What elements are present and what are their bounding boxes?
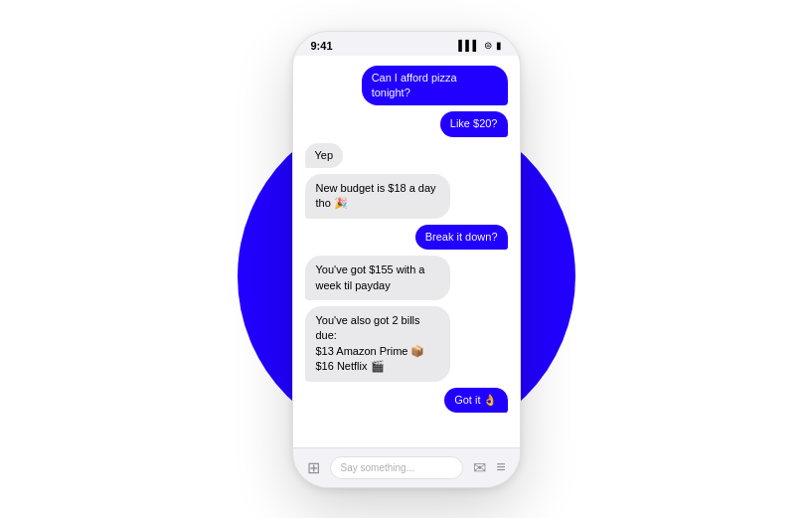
message-bubble-7: You've also got 2 bills due:$13 Amazon P… — [305, 306, 451, 382]
message-text-5: Break it down? — [425, 231, 498, 243]
message-bubble-4: New budget is $18 a day tho 🎉 — [305, 174, 451, 219]
menu-icon[interactable]: ≡ — [496, 458, 505, 476]
battery-icon: ▮ — [496, 40, 502, 51]
message-text-4: New budget is $18 a day tho 🎉 — [316, 182, 436, 209]
message-text-8: Got it 👌 — [454, 394, 497, 406]
message-text-6: You've got $155 with a week til payday — [316, 263, 425, 290]
message-bubble-1: Can I afford pizza tonight? — [362, 66, 508, 106]
signal-icon: ▌▌▌ — [458, 40, 479, 51]
phone-frame: 9:41 ▌▌▌ ⊜ ▮ Can I afford pizza tonight?… — [292, 31, 521, 488]
message-text-2: Like $20? — [450, 117, 498, 129]
message-text-1: Can I afford pizza tonight? — [372, 72, 457, 98]
grid-icon[interactable]: ⊞ — [307, 458, 320, 477]
message-bubble-2: Like $20? — [440, 111, 508, 136]
message-bubble-5: Break it down? — [415, 225, 508, 250]
scene: 9:41 ▌▌▌ ⊜ ▮ Can I afford pizza tonight?… — [0, 0, 812, 518]
input-placeholder-text: Say something... — [341, 462, 414, 473]
message-text-7: You've also got 2 bills due:$13 Amazon P… — [316, 314, 425, 372]
message-text-3: Yep — [315, 149, 334, 161]
status-time: 9:41 — [311, 40, 333, 52]
phone-wrapper: 9:41 ▌▌▌ ⊜ ▮ Can I afford pizza tonight?… — [292, 31, 521, 488]
status-bar: 9:41 ▌▌▌ ⊜ ▮ — [293, 32, 520, 56]
chat-area: Can I afford pizza tonight? Like $20? Ye… — [293, 56, 520, 447]
status-icons: ▌▌▌ ⊜ ▮ — [458, 40, 501, 51]
wifi-icon: ⊜ — [484, 40, 492, 51]
message-bubble-6: You've got $155 with a week til payday — [305, 256, 451, 300]
bottom-bar: ⊞ Say something... ✉ ≡ — [293, 447, 520, 487]
bubble-icon[interactable]: ✉ — [473, 458, 486, 477]
chat-input[interactable]: Say something... — [330, 456, 464, 479]
message-bubble-8: Got it 👌 — [444, 388, 507, 413]
message-bubble-3: Yep — [305, 143, 344, 168]
